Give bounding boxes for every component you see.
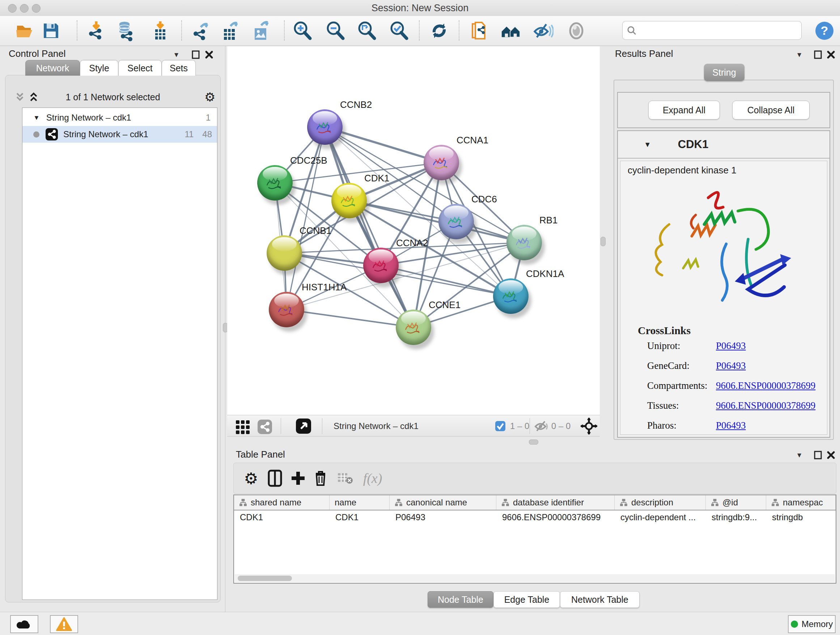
delete-column-button[interactable]: [311, 469, 330, 488]
table-panel-float-button[interactable]: [813, 450, 823, 461]
control-panel-menu-arrow[interactable]: ▾: [174, 50, 178, 59]
table-cell[interactable]: CDK1: [234, 510, 330, 524]
network-node-rb1[interactable]: [507, 225, 542, 260]
table-cell[interactable]: cyclin-dependent ...: [615, 510, 706, 524]
cloud-status-button[interactable]: [10, 615, 38, 633]
network-node-ccne1[interactable]: [396, 310, 431, 345]
tab-node-table[interactable]: Node Table: [428, 591, 493, 608]
network-collection-row[interactable]: ▼ String Network – cdk1 1: [22, 109, 217, 126]
show-graphics-details-button[interactable]: [566, 20, 587, 41]
expand-all-button[interactable]: Expand All: [648, 101, 720, 119]
tab-edge-table[interactable]: Edge Table: [493, 591, 560, 608]
first-neighbors-button[interactable]: [500, 20, 521, 41]
horizontal-splitter-handle[interactable]: [529, 440, 538, 445]
memory-button[interactable]: Memory: [788, 615, 836, 633]
hidden-items-indicator[interactable]: [534, 418, 549, 434]
open-session-button[interactable]: [14, 20, 35, 41]
zoom-in-button[interactable]: [292, 20, 313, 41]
horizontal-scrollbar[interactable]: [235, 574, 835, 582]
network-node-cdk1[interactable]: [332, 183, 367, 218]
tree-expander-icon[interactable]: ▼: [33, 114, 40, 122]
zoom-out-button[interactable]: [325, 20, 346, 41]
node-table[interactable]: shared namenamecanonical namedatabase id…: [233, 494, 836, 584]
results-panel-float-button[interactable]: [813, 50, 823, 61]
search-input[interactable]: [639, 25, 801, 36]
birdseye-toggle-button[interactable]: [580, 418, 598, 434]
network-row[interactable]: String Network – cdk1 11 48: [22, 126, 217, 143]
network-node-ccna1[interactable]: [424, 145, 459, 180]
column-header-shared-name[interactable]: shared name: [234, 495, 330, 510]
crosslink-link[interactable]: P06493: [716, 340, 746, 352]
hide-selected-button[interactable]: [532, 20, 554, 41]
tab-sets[interactable]: Sets: [162, 60, 196, 76]
table-panel-close-button[interactable]: [826, 450, 836, 461]
control-panel-close-button[interactable]: [204, 50, 214, 61]
table-panel-menu-arrow[interactable]: ▾: [797, 450, 801, 460]
zoom-fit-button[interactable]: [356, 20, 377, 41]
selected-nodes-checkbox[interactable]: [495, 418, 506, 434]
column-header-description[interactable]: description: [615, 495, 706, 510]
table-cell[interactable]: P06493: [390, 510, 496, 524]
function-builder-button[interactable]: f(x): [359, 469, 386, 488]
edge-ccnb2-ccne1[interactable]: [325, 127, 414, 327]
tab-select[interactable]: Select: [118, 60, 162, 76]
table-cell[interactable]: CDK1: [330, 510, 390, 524]
export-network-button[interactable]: [190, 20, 211, 41]
import-network-database-button[interactable]: [115, 20, 136, 41]
column-header-canonical-name[interactable]: canonical name: [390, 495, 496, 510]
network-node-ccnb2[interactable]: [307, 109, 343, 145]
section-expander-icon[interactable]: ▼: [644, 141, 651, 149]
network-canvas[interactable]: CCNB2CCNA1CDC25BCDK1CDC6RB1CCNB1CCNA2CDK…: [227, 46, 600, 415]
show-columns-button[interactable]: [265, 469, 284, 488]
gene-section-header[interactable]: ▼ CDK1: [618, 131, 829, 158]
column-header--id[interactable]: @id: [706, 495, 766, 510]
table-cell[interactable]: 9606.ENSP00000378699: [496, 510, 615, 524]
crosslink-link[interactable]: P06493: [716, 420, 746, 431]
crosslink-link[interactable]: 9606.ENSP00000378699: [716, 380, 815, 391]
edge-ccnb2-ccna1[interactable]: [325, 127, 441, 163]
crosslink-link[interactable]: P06493: [716, 360, 746, 371]
tab-network[interactable]: Network: [25, 60, 80, 76]
network-node-ccnb1[interactable]: [267, 235, 302, 271]
scrollbar-thumb[interactable]: [238, 576, 292, 581]
refresh-button[interactable]: [429, 20, 450, 41]
clone-network-button[interactable]: [470, 20, 491, 41]
search-field[interactable]: [622, 21, 802, 40]
collapse-all-button[interactable]: Collapse All: [732, 101, 810, 119]
table-options-gear-icon[interactable]: ⚙: [242, 469, 261, 488]
export-image-button[interactable]: [250, 20, 271, 41]
tab-style[interactable]: Style: [80, 60, 118, 76]
network-node-hist1h1a[interactable]: [269, 292, 304, 327]
results-panel-menu-arrow[interactable]: ▾: [797, 50, 801, 59]
network-node-cdc25b[interactable]: [257, 165, 293, 201]
tab-string[interactable]: String: [704, 64, 745, 81]
network-node-cdkn1a[interactable]: [493, 279, 529, 314]
network-node-cdc6[interactable]: [439, 204, 474, 239]
import-network-file-button[interactable]: [86, 20, 107, 41]
help-button[interactable]: ?: [814, 20, 835, 41]
delete-table-button[interactable]: [336, 469, 355, 488]
table-cell[interactable]: stringdb: [766, 510, 836, 524]
import-table-button[interactable]: [150, 20, 171, 41]
create-column-button[interactable]: [289, 469, 308, 488]
warnings-button[interactable]: [50, 615, 78, 633]
results-panel-close-button[interactable]: [826, 50, 836, 61]
grid-view-button[interactable]: [235, 418, 251, 434]
column-header-namespac[interactable]: namespac: [766, 495, 836, 510]
control-panel-float-button[interactable]: [191, 50, 201, 61]
table-row[interactable]: CDK1CDK1P064939606.ENSP00000378699cyclin…: [234, 510, 836, 524]
network-options-gear-icon[interactable]: ⚙: [204, 90, 215, 104]
column-header-database-identifier[interactable]: database identifier: [496, 495, 615, 510]
zoom-selected-button[interactable]: [388, 20, 409, 41]
table-cell[interactable]: stringdb:9...: [706, 510, 766, 524]
network-node-ccna2[interactable]: [363, 248, 399, 283]
open-in-window-button[interactable]: [295, 418, 312, 434]
crosslink-link[interactable]: 9606.ENSP00000378699: [716, 400, 815, 411]
tab-network-table[interactable]: Network Table: [560, 591, 639, 608]
export-table-button[interactable]: [219, 20, 240, 41]
column-header-name[interactable]: name: [330, 495, 390, 510]
right-splitter-handle[interactable]: [600, 237, 606, 246]
save-session-button[interactable]: [41, 20, 62, 41]
network-share-button[interactable]: [257, 418, 273, 434]
edge-ccne1-hist1h1a[interactable]: [286, 310, 414, 327]
